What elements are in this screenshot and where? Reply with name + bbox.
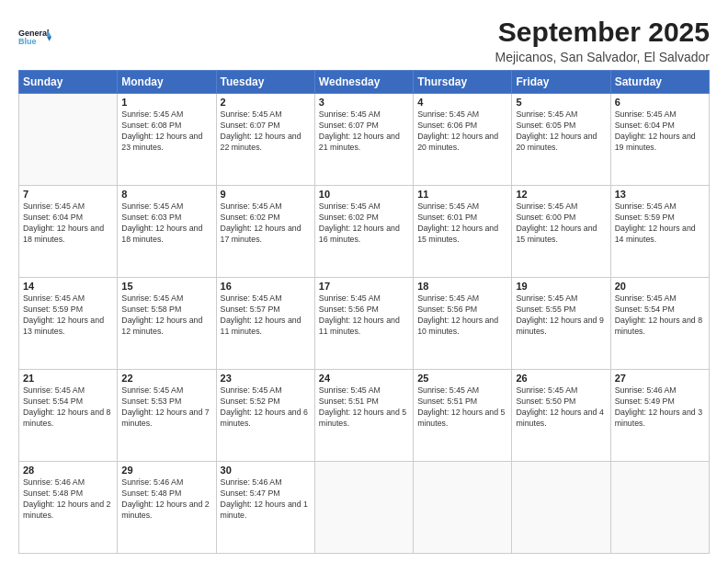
day-info: Sunrise: 5:45 AM Sunset: 6:03 PM Dayligh… <box>121 201 211 246</box>
month-title: September 2025 <box>495 17 710 48</box>
calendar-week-row: 21 Sunrise: 5:45 AM Sunset: 5:54 PM Dayl… <box>19 370 710 462</box>
header-saturday: Saturday <box>610 71 709 94</box>
day-info: Sunrise: 5:46 AM Sunset: 5:49 PM Dayligh… <box>615 385 705 430</box>
calendar-week-row: 1 Sunrise: 5:45 AM Sunset: 6:08 PM Dayli… <box>19 94 710 186</box>
day-number: 8 <box>121 189 211 200</box>
day-number: 2 <box>221 97 311 108</box>
day-info: Sunrise: 5:45 AM Sunset: 5:54 PM Dayligh… <box>615 293 705 338</box>
day-number: 22 <box>121 373 211 384</box>
table-row <box>512 462 610 554</box>
table-row <box>314 462 413 554</box>
day-info: Sunrise: 5:45 AM Sunset: 6:08 PM Dayligh… <box>121 109 211 154</box>
table-row: 25 Sunrise: 5:45 AM Sunset: 5:51 PM Dayl… <box>414 370 512 462</box>
day-info: Sunrise: 5:46 AM Sunset: 5:48 PM Dayligh… <box>121 477 211 522</box>
table-row: 20 Sunrise: 5:45 AM Sunset: 5:54 PM Dayl… <box>610 278 709 370</box>
table-row <box>610 462 709 554</box>
table-row: 9 Sunrise: 5:45 AM Sunset: 6:02 PM Dayli… <box>216 186 314 278</box>
table-row: 4 Sunrise: 5:45 AM Sunset: 6:06 PM Dayli… <box>414 94 512 186</box>
table-row: 11 Sunrise: 5:45 AM Sunset: 6:01 PM Dayl… <box>414 186 512 278</box>
day-info: Sunrise: 5:45 AM Sunset: 5:58 PM Dayligh… <box>121 293 211 338</box>
table-row: 6 Sunrise: 5:45 AM Sunset: 6:04 PM Dayli… <box>610 94 709 186</box>
day-info: Sunrise: 5:45 AM Sunset: 6:04 PM Dayligh… <box>23 201 113 246</box>
table-row: 16 Sunrise: 5:45 AM Sunset: 5:57 PM Dayl… <box>216 278 314 370</box>
day-number: 4 <box>417 97 507 108</box>
day-info: Sunrise: 5:45 AM Sunset: 5:51 PM Dayligh… <box>417 385 507 430</box>
table-row: 17 Sunrise: 5:45 AM Sunset: 5:56 PM Dayl… <box>314 278 413 370</box>
day-info: Sunrise: 5:45 AM Sunset: 6:07 PM Dayligh… <box>221 109 311 154</box>
day-number: 1 <box>121 97 211 108</box>
table-row <box>19 94 118 186</box>
day-number: 19 <box>516 281 606 292</box>
day-info: Sunrise: 5:45 AM Sunset: 6:06 PM Dayligh… <box>417 109 507 154</box>
table-row <box>414 462 512 554</box>
day-info: Sunrise: 5:46 AM Sunset: 5:47 PM Dayligh… <box>221 477 311 522</box>
table-row: 5 Sunrise: 5:45 AM Sunset: 6:05 PM Dayli… <box>512 94 610 186</box>
day-number: 18 <box>417 281 507 292</box>
day-number: 17 <box>319 281 409 292</box>
day-info: Sunrise: 5:45 AM Sunset: 5:51 PM Dayligh… <box>319 385 409 430</box>
svg-text:Blue: Blue <box>18 37 37 46</box>
table-row: 26 Sunrise: 5:45 AM Sunset: 5:50 PM Dayl… <box>512 370 610 462</box>
day-number: 25 <box>417 373 507 384</box>
header-friday: Friday <box>512 71 610 94</box>
calendar-week-row: 14 Sunrise: 5:45 AM Sunset: 5:59 PM Dayl… <box>19 278 710 370</box>
title-block: September 2025 Mejicanos, San Salvador, … <box>495 17 710 64</box>
table-row: 14 Sunrise: 5:45 AM Sunset: 5:59 PM Dayl… <box>19 278 118 370</box>
table-row: 24 Sunrise: 5:45 AM Sunset: 5:51 PM Dayl… <box>314 370 413 462</box>
calendar-header-row: Sunday Monday Tuesday Wednesday Thursday… <box>19 71 710 94</box>
table-row: 21 Sunrise: 5:45 AM Sunset: 5:54 PM Dayl… <box>19 370 118 462</box>
day-info: Sunrise: 5:45 AM Sunset: 5:55 PM Dayligh… <box>516 293 606 338</box>
day-number: 6 <box>615 97 705 108</box>
day-number: 29 <box>121 465 211 476</box>
day-info: Sunrise: 5:46 AM Sunset: 5:48 PM Dayligh… <box>23 477 113 522</box>
day-info: Sunrise: 5:45 AM Sunset: 5:50 PM Dayligh… <box>516 385 606 430</box>
table-row: 3 Sunrise: 5:45 AM Sunset: 6:07 PM Dayli… <box>314 94 413 186</box>
table-row: 2 Sunrise: 5:45 AM Sunset: 6:07 PM Dayli… <box>216 94 314 186</box>
day-number: 7 <box>23 189 113 200</box>
calendar-week-row: 28 Sunrise: 5:46 AM Sunset: 5:48 PM Dayl… <box>19 462 710 554</box>
day-info: Sunrise: 5:45 AM Sunset: 5:53 PM Dayligh… <box>121 385 211 430</box>
day-info: Sunrise: 5:45 AM Sunset: 6:05 PM Dayligh… <box>516 109 606 154</box>
table-row: 10 Sunrise: 5:45 AM Sunset: 6:02 PM Dayl… <box>314 186 413 278</box>
logo: General Blue <box>18 20 51 53</box>
day-number: 12 <box>516 189 606 200</box>
table-row: 22 Sunrise: 5:45 AM Sunset: 5:53 PM Dayl… <box>118 370 216 462</box>
table-row: 15 Sunrise: 5:45 AM Sunset: 5:58 PM Dayl… <box>118 278 216 370</box>
svg-marker-3 <box>47 37 51 41</box>
day-number: 16 <box>221 281 311 292</box>
day-number: 15 <box>121 281 211 292</box>
table-row: 18 Sunrise: 5:45 AM Sunset: 5:56 PM Dayl… <box>414 278 512 370</box>
table-row: 7 Sunrise: 5:45 AM Sunset: 6:04 PM Dayli… <box>19 186 118 278</box>
day-info: Sunrise: 5:45 AM Sunset: 6:02 PM Dayligh… <box>221 201 311 246</box>
day-info: Sunrise: 5:45 AM Sunset: 5:59 PM Dayligh… <box>615 201 705 246</box>
day-number: 5 <box>516 97 606 108</box>
logo-svg: General Blue <box>18 20 51 53</box>
day-number: 28 <box>23 465 113 476</box>
subtitle: Mejicanos, San Salvador, El Salvador <box>495 50 710 64</box>
table-row: 28 Sunrise: 5:46 AM Sunset: 5:48 PM Dayl… <box>19 462 118 554</box>
day-number: 3 <box>319 97 409 108</box>
table-row: 12 Sunrise: 5:45 AM Sunset: 6:00 PM Dayl… <box>512 186 610 278</box>
table-row: 27 Sunrise: 5:46 AM Sunset: 5:49 PM Dayl… <box>610 370 709 462</box>
table-row: 29 Sunrise: 5:46 AM Sunset: 5:48 PM Dayl… <box>118 462 216 554</box>
day-info: Sunrise: 5:45 AM Sunset: 5:54 PM Dayligh… <box>23 385 113 430</box>
day-info: Sunrise: 5:45 AM Sunset: 5:56 PM Dayligh… <box>319 293 409 338</box>
header-monday: Monday <box>118 71 216 94</box>
day-number: 30 <box>221 465 311 476</box>
day-number: 10 <box>319 189 409 200</box>
calendar-week-row: 7 Sunrise: 5:45 AM Sunset: 6:04 PM Dayli… <box>19 186 710 278</box>
table-row: 1 Sunrise: 5:45 AM Sunset: 6:08 PM Dayli… <box>118 94 216 186</box>
day-number: 26 <box>516 373 606 384</box>
table-row: 8 Sunrise: 5:45 AM Sunset: 6:03 PM Dayli… <box>118 186 216 278</box>
day-number: 20 <box>615 281 705 292</box>
day-info: Sunrise: 5:45 AM Sunset: 5:59 PM Dayligh… <box>23 293 113 338</box>
header-sunday: Sunday <box>19 71 118 94</box>
header-wednesday: Wednesday <box>314 71 413 94</box>
header-thursday: Thursday <box>414 71 512 94</box>
table-row: 23 Sunrise: 5:45 AM Sunset: 5:52 PM Dayl… <box>216 370 314 462</box>
table-row: 19 Sunrise: 5:45 AM Sunset: 5:55 PM Dayl… <box>512 278 610 370</box>
day-number: 13 <box>615 189 705 200</box>
table-row: 13 Sunrise: 5:45 AM Sunset: 5:59 PM Dayl… <box>610 186 709 278</box>
day-number: 21 <box>23 373 113 384</box>
day-number: 27 <box>615 373 705 384</box>
